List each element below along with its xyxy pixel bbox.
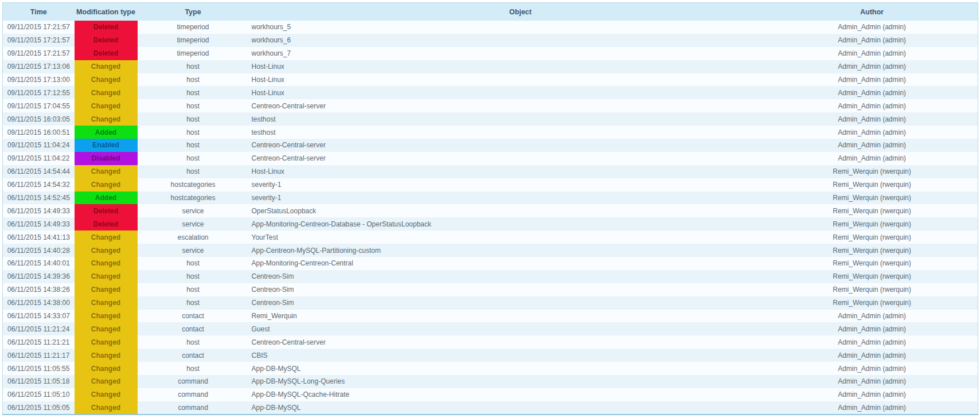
table-row[interactable]: 06/11/2015 14:41:13ChangedescalationYour… — [3, 231, 978, 244]
object-cell: severity-1 — [249, 178, 792, 192]
spacer-cell — [952, 192, 978, 205]
time-cell: 06/11/2015 14:54:44 — [3, 165, 75, 178]
object-cell: Remi_Werquin — [249, 310, 792, 323]
object-cell: App-Monitoring-Centreon-Database - OperS… — [249, 217, 792, 231]
author-cell: Admin_Admin (admin) — [792, 322, 952, 335]
object-cell: testhost — [249, 126, 792, 139]
spacer-cell — [952, 401, 978, 415]
modification-badge: Changed — [75, 388, 138, 401]
modification-badge: Deleted — [75, 217, 138, 231]
time-cell: 09/11/2015 17:13:06 — [3, 60, 75, 73]
author-cell: Admin_Admin (admin) — [792, 375, 952, 388]
spacer-cell — [952, 349, 978, 362]
audit-log-table-body: 09/11/2015 17:21:57Deletedtimeperiodwork… — [3, 21, 978, 415]
modification-badge: Changed — [75, 335, 138, 349]
table-row[interactable]: 06/11/2015 14:49:33DeletedserviceApp-Mon… — [3, 217, 978, 231]
time-cell: 06/11/2015 11:21:21 — [3, 335, 75, 349]
table-row[interactable]: 06/11/2015 14:33:07ChangedcontactRemi_We… — [3, 310, 978, 323]
time-cell: 09/11/2015 17:04:55 — [3, 99, 75, 112]
author-cell: Remi_Werquin (rwerquin) — [792, 231, 952, 244]
object-cell: CBIS — [249, 349, 792, 362]
table-row[interactable]: 09/11/2015 17:21:57Deletedtimeperiodwork… — [3, 34, 978, 47]
table-row[interactable]: 06/11/2015 14:39:36ChangedhostCentreon-S… — [3, 270, 978, 283]
time-cell: 06/11/2015 14:49:33 — [3, 204, 75, 217]
spacer-cell — [952, 362, 978, 375]
table-row[interactable]: 09/11/2015 17:12:55ChangedhostHost-Linux… — [3, 86, 978, 99]
table-row[interactable]: 09/11/2015 11:04:22DisabledhostCentreon-… — [3, 152, 978, 165]
spacer-cell — [952, 165, 978, 178]
table-row[interactable]: 09/11/2015 16:00:51AddedhosttesthostAdmi… — [3, 126, 978, 139]
author-cell: Remi_Werquin (rwerquin) — [792, 204, 952, 217]
table-row[interactable]: 06/11/2015 14:54:44ChangedhostHost-Linux… — [3, 165, 978, 178]
table-row[interactable]: 06/11/2015 14:52:45Addedhostcategoriesse… — [3, 192, 978, 205]
type-cell: host — [138, 270, 249, 283]
author-cell: Remi_Werquin (rwerquin) — [792, 165, 952, 178]
modification-badge: Added — [75, 192, 138, 205]
table-row[interactable]: 09/11/2015 17:04:55ChangedhostCentreon-C… — [3, 99, 978, 112]
modification-badge: Added — [75, 126, 138, 139]
author-cell: Remi_Werquin (rwerquin) — [792, 283, 952, 296]
table-row[interactable]: 09/11/2015 11:04:24EnabledhostCentreon-C… — [3, 139, 978, 152]
author-cell: Admin_Admin (admin) — [792, 86, 952, 99]
table-row[interactable]: 06/11/2015 11:21:24ChangedcontactGuestAd… — [3, 322, 978, 335]
modification-badge: Changed — [75, 99, 138, 112]
object-cell: testhost — [249, 112, 792, 126]
spacer-cell — [952, 244, 978, 257]
table-row[interactable]: 06/11/2015 14:40:28ChangedserviceApp-Cen… — [3, 244, 978, 257]
object-cell: Centreon-Central-server — [249, 335, 792, 349]
type-cell: contact — [138, 322, 249, 335]
spacer-cell — [952, 21, 978, 34]
type-cell: host — [138, 335, 249, 349]
table-row[interactable]: 09/11/2015 17:13:06ChangedhostHost-Linux… — [3, 60, 978, 73]
type-cell: contact — [138, 310, 249, 323]
table-row[interactable]: 06/11/2015 14:38:00ChangedhostCentreon-S… — [3, 296, 978, 310]
time-cell: 06/11/2015 14:54:32 — [3, 178, 75, 192]
modification-badge: Deleted — [75, 204, 138, 217]
table-row[interactable]: 09/11/2015 17:13:00ChangedhostHost-Linux… — [3, 73, 978, 87]
table-row[interactable]: 06/11/2015 11:05:18ChangedcommandApp-DB-… — [3, 375, 978, 388]
table-row[interactable]: 06/11/2015 11:21:17ChangedcontactCBISAdm… — [3, 349, 978, 362]
modification-badge: Changed — [75, 296, 138, 310]
table-row[interactable]: 06/11/2015 11:05:55ChangedhostApp-DB-MyS… — [3, 362, 978, 375]
audit-log-table: Time Modification type Type Object Autho… — [2, 2, 978, 415]
time-cell: 06/11/2015 11:05:10 — [3, 388, 75, 401]
type-cell: host — [138, 165, 249, 178]
object-cell: Centreon-Central-server — [249, 152, 792, 165]
time-cell: 06/11/2015 14:40:01 — [3, 257, 75, 270]
table-row[interactable]: 06/11/2015 14:49:33DeletedserviceOperSta… — [3, 204, 978, 217]
type-cell: host — [138, 86, 249, 99]
table-row[interactable]: 06/11/2015 11:05:05ChangedcommandApp-DB-… — [3, 401, 978, 415]
modification-badge: Disabled — [75, 152, 138, 165]
author-cell: Admin_Admin (admin) — [792, 112, 952, 126]
table-row[interactable]: 06/11/2015 11:21:21ChangedhostCentreon-C… — [3, 335, 978, 349]
table-row[interactable]: 09/11/2015 17:21:57Deletedtimeperiodwork… — [3, 21, 978, 34]
time-cell: 06/11/2015 11:05:05 — [3, 401, 75, 415]
column-header-time: Time — [3, 3, 75, 21]
spacer-cell — [952, 283, 978, 296]
table-row[interactable]: 06/11/2015 14:38:26ChangedhostCentreon-S… — [3, 283, 978, 296]
modification-badge: Deleted — [75, 47, 138, 60]
table-row[interactable]: 06/11/2015 14:40:01ChangedhostApp-Monito… — [3, 257, 978, 270]
object-cell: App-Centreon-MySQL-Partitioning-custom — [249, 244, 792, 257]
type-cell: hostcategories — [138, 192, 249, 205]
type-cell: hostcategories — [138, 178, 249, 192]
object-cell: App-Monitoring-Centreon-Central — [249, 257, 792, 270]
type-cell: contact — [138, 349, 249, 362]
time-cell: 09/11/2015 16:03:05 — [3, 112, 75, 126]
object-cell: workhours_7 — [249, 47, 792, 60]
table-row[interactable]: 09/11/2015 17:21:57Deletedtimeperiodwork… — [3, 47, 978, 60]
table-row[interactable]: 06/11/2015 14:54:32Changedhostcategories… — [3, 178, 978, 192]
spacer-cell — [952, 388, 978, 401]
object-cell: Centreon-Sim — [249, 296, 792, 310]
spacer-cell — [952, 112, 978, 126]
audit-log-page: Time Modification type Type Object Autho… — [0, 0, 980, 417]
type-cell: host — [138, 152, 249, 165]
object-cell: Centreon-Central-server — [249, 139, 792, 152]
table-row[interactable]: 06/11/2015 11:05:10ChangedcommandApp-DB-… — [3, 388, 978, 401]
column-header-spacer — [952, 3, 978, 21]
time-cell: 06/11/2015 14:49:33 — [3, 217, 75, 231]
type-cell: host — [138, 99, 249, 112]
author-cell: Admin_Admin (admin) — [792, 401, 952, 415]
modification-badge: Changed — [75, 310, 138, 323]
table-row[interactable]: 09/11/2015 16:03:05ChangedhosttesthostAd… — [3, 112, 978, 126]
